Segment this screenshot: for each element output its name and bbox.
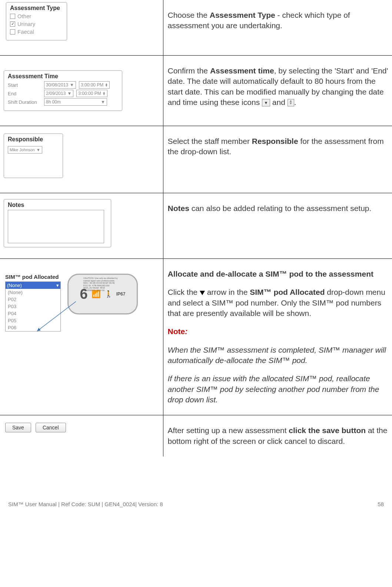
spinner-arrows-icon: ▴▾ [288,99,294,106]
panel-title: Assessment Type [10,5,63,11]
note-label: Note: [168,326,390,337]
start-date-dropdown[interactable]: 30/08/2013▼ [44,81,76,89]
responsible-panel: Responsible Mike Johnson▼ [4,133,63,178]
start-time-spinner[interactable]: 3:00:00 PM▲▼ [79,81,110,89]
pod-option[interactable]: (None) [6,289,60,296]
instruction-table: Assessment Type Other ✓Urinary Faecal Ch… [0,0,392,456]
heading-text: Allocate and de-allocate a SIM™ pod to t… [168,269,390,279]
instruction-text: Choose the Assessment Type - check which… [168,10,390,31]
page-footer: SIM™ User Manual | Ref Code: SUM | GEN4_… [0,486,392,511]
panel-title: Assessment Time [8,73,118,80]
footer-left: SIM™ User Manual | Ref Code: SUM | GEN4_… [8,501,163,507]
pod-option[interactable]: P03 [6,303,60,310]
instruction-text: Select the staff member Responsible for … [168,136,390,157]
spinner-icon: ▲▼ [103,92,106,95]
checkbox-faecal[interactable]: Faecal [10,29,63,35]
end-row: End 2/09/2013▼ 3:00:00 PM▲▼ [8,90,118,97]
chevron-down-icon: ▼ [67,91,72,96]
instruction-text: Click the arrow in the SIM™ pod Allocate… [168,287,390,319]
chevron-down-icon: ▾ [56,283,59,288]
notes-textarea[interactable] [8,210,104,243]
dropdown-arrow-icon: ▼ [262,99,270,106]
chevron-down-icon: ▼ [101,99,105,105]
panel-title: Notes [8,202,107,208]
pod-device-illustration: CAUTION: Use only as directed by trained… [67,274,138,314]
ip-rating: IP67 [116,291,126,297]
checkbox-icon: ✓ [10,22,15,27]
note-text: If there is an issue with the allocated … [168,373,390,405]
checkbox-other[interactable]: Other [10,13,63,19]
shift-duration-dropdown[interactable]: 8h 00m▼ [44,98,107,106]
pod-option[interactable]: P06 [6,324,60,331]
checkbox-icon [10,14,15,19]
chevron-down-icon: ▼ [70,82,74,88]
assessment-time-panel: Assessment Time Start 30/08/2013▼ 3:00:0… [4,70,122,111]
panel-title: Responsible [8,136,59,143]
notes-panel: Notes [4,199,111,247]
page-number: 58 [378,501,384,507]
panel-title: SIM™ pod Allocated [5,274,61,280]
note-text: When the SIM™ assessment is completed, S… [168,345,390,366]
pod-dropdown-selected[interactable]: (None)▾ [6,282,60,289]
shift-row: Shift Duration 8h 00m▼ [8,98,118,106]
instruction-text: Confirm the Assessment time, by selectin… [168,66,390,108]
end-time-spinner[interactable]: 3:00:00 PM▲▼ [76,90,107,97]
pod-option[interactable]: P02 [6,296,60,303]
device-label-text: CAUTION: Use only as directed by trained… [83,277,122,292]
chevron-down-icon: ▼ [36,148,40,152]
end-date-dropdown[interactable]: 2/09/2013▼ [44,90,73,97]
pod-option[interactable]: P05 [6,317,60,324]
responsible-dropdown[interactable]: Mike Johnson▼ [8,146,42,154]
pod-allocated-panel: SIM™ pod Allocated (None)▾ (None) P02 P0… [5,274,61,332]
pod-dropdown-list[interactable]: (None)▾ (None) P02 P03 P04 P05 P06 [5,281,61,332]
spinner-icon: ▲▼ [105,83,108,87]
checkbox-urinary[interactable]: ✓Urinary [10,21,63,27]
pod-option[interactable]: P04 [6,310,60,317]
down-arrow-icon [200,291,205,295]
assessment-type-panel: Assessment Type Other ✓Urinary Faecal [6,2,67,40]
save-button[interactable]: Save [5,423,31,432]
instruction-text: Notes can also be added relating to the … [168,203,390,214]
instruction-text: After setting up a new assessment click … [168,425,390,446]
start-row: Start 30/08/2013▼ 3:00:00 PM▲▼ [8,81,118,89]
cancel-button[interactable]: Cancel [36,423,66,432]
checkbox-icon [10,29,15,34]
